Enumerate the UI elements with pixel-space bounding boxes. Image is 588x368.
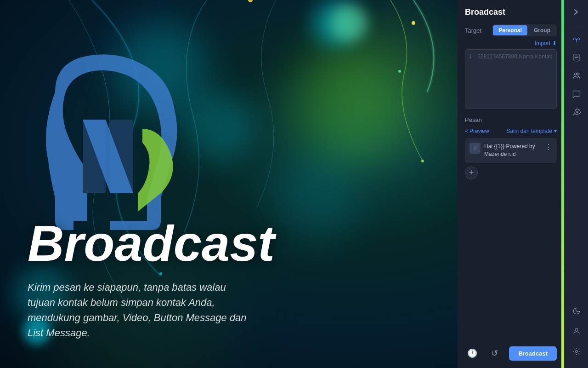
svg-point-17 — [577, 111, 578, 113]
content-area: Broadcast Kirim pesan ke siapapun, tanpa… — [0, 0, 588, 368]
message-card: T Hai {{1}} Powered by Mazende r.id ⋮ — [465, 138, 557, 163]
sidebar — [564, 0, 588, 368]
download-icon: ⬇ — [552, 40, 557, 46]
refresh-icon[interactable]: ↺ — [487, 346, 502, 361]
moon-icon — [572, 307, 581, 315]
sidebar-item-broadcast[interactable] — [568, 31, 585, 47]
right-area: Broadcast Target Personal Group Import ⬇… — [458, 0, 588, 368]
sidebar-divider-top — [570, 27, 583, 27]
target-label: Target — [465, 27, 481, 34]
message-content: Hai {{1}} Powered by Mazende r.id — [484, 143, 541, 158]
chat-nav-icon — [572, 90, 581, 99]
add-row: + — [465, 167, 557, 187]
rocket-nav-icon — [572, 108, 581, 117]
sidebar-item-darkmode[interactable] — [568, 303, 585, 319]
panel-title: Broadcast — [465, 7, 557, 17]
svg-point-18 — [575, 328, 578, 331]
target-tab-group: Personal Group — [492, 24, 557, 36]
document-nav-icon — [572, 53, 581, 62]
tab-personal[interactable]: Personal — [493, 25, 527, 35]
sidebar-item-profile[interactable] — [568, 323, 585, 339]
settings-icon — [572, 347, 581, 356]
broadcast-panel: Broadcast Target Personal Group Import ⬇… — [458, 0, 564, 368]
contacts-input-wrapper: 1 — [465, 49, 557, 109]
import-row: Import ⬇ — [465, 40, 557, 46]
hero-section: Broadcast Kirim pesan ke siapapun, tanpa… — [0, 0, 458, 368]
broadcast-nav-icon — [572, 34, 581, 44]
row-number: 1 — [465, 50, 474, 63]
message-more-icon[interactable]: ⋮ — [545, 143, 552, 151]
template-button[interactable]: Salin dari template ▾ — [507, 128, 557, 134]
schedule-icon[interactable]: 🕐 — [465, 346, 480, 361]
svg-point-19 — [575, 351, 577, 353]
preview-button[interactable]: « Preview — [465, 128, 489, 134]
broadcast-button[interactable]: Broadcast — [509, 346, 557, 361]
import-link[interactable]: Import — [535, 40, 550, 46]
sidebar-toggle-arrow[interactable] — [568, 4, 585, 20]
sidebar-item-settings[interactable] — [568, 343, 585, 360]
sidebar-item-users[interactable] — [568, 68, 585, 84]
pesan-label: Pesan — [465, 116, 557, 123]
arrow-right-icon — [573, 8, 580, 16]
add-message-button[interactable]: + — [465, 167, 478, 179]
sidebar-item-document[interactable] — [568, 49, 585, 66]
tab-group[interactable]: Group — [528, 25, 556, 35]
sidebar-bottom — [568, 302, 585, 364]
target-row: Target Personal Group — [465, 24, 557, 36]
chevron-down-icon: ▾ — [554, 128, 557, 134]
sidebar-item-rocket[interactable] — [568, 104, 585, 121]
sidebar-item-chat[interactable] — [568, 86, 585, 103]
hero-subtitle: Kirim pesan ke siapapun, tanpa batas wal… — [28, 280, 248, 340]
user-nav-icon — [572, 327, 581, 335]
message-type-icon: T — [469, 143, 481, 154]
hero-title: Broadcast — [28, 218, 430, 269]
preview-row: « Preview Salin dari template ▾ — [465, 128, 557, 134]
bottom-actions: 🕐 ↺ Broadcast — [465, 346, 557, 361]
plus-icon: + — [469, 168, 474, 178]
green-accent-line — [561, 0, 564, 368]
contacts-textarea[interactable] — [474, 50, 556, 109]
svg-point-16 — [577, 73, 579, 75]
svg-point-15 — [574, 73, 577, 75]
users-nav-icon — [572, 71, 581, 80]
